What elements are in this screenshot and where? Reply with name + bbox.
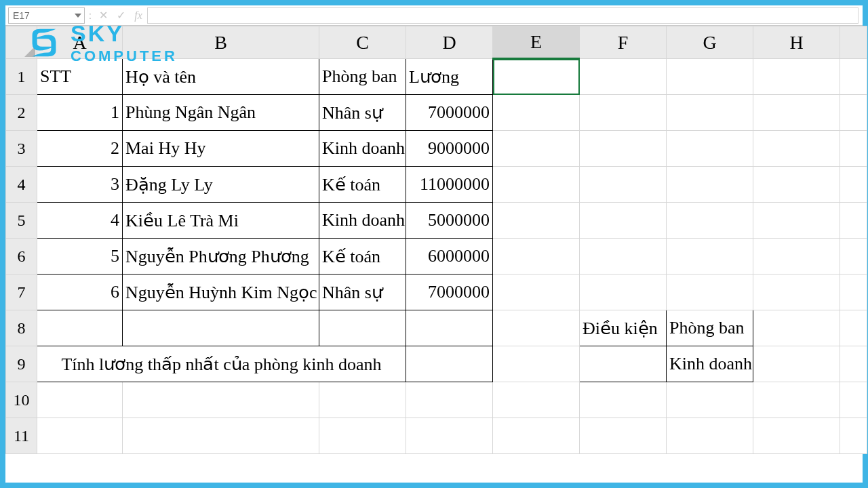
cell-E11[interactable] (493, 418, 580, 454)
cell-F8[interactable]: Điều kiện (580, 310, 667, 346)
cell-D2[interactable]: 7000000 (406, 95, 493, 131)
cell-B5[interactable]: Kiều Lê Trà Mi (123, 203, 319, 239)
cell-A7[interactable]: 6 (37, 274, 123, 310)
col-header-G[interactable]: G (667, 26, 753, 59)
cell-A11[interactable] (37, 418, 123, 454)
cell-G6[interactable] (667, 239, 753, 274)
cell-A3[interactable]: 2 (37, 131, 123, 167)
cell-D9[interactable] (406, 346, 493, 382)
cell-B8[interactable] (123, 310, 319, 346)
cell-C7[interactable]: Nhân sự (319, 274, 406, 310)
cell-B10[interactable] (123, 382, 319, 418)
cell-C5[interactable]: Kinh doanh (319, 203, 406, 239)
cell-C4[interactable]: Kế toán (319, 167, 406, 203)
cell-F6[interactable] (580, 239, 667, 274)
cell-B11[interactable] (123, 418, 319, 454)
cell-H7[interactable] (753, 274, 840, 310)
cell-F3[interactable] (580, 131, 667, 167)
cell-F1[interactable] (580, 59, 667, 95)
cell-H3[interactable] (753, 131, 840, 167)
cell-A9-merged[interactable]: Tính lương thấp nhất của phòng kinh doan… (37, 346, 406, 382)
col-header-E[interactable]: E (493, 26, 580, 59)
cell-extra-1[interactable] (840, 59, 867, 95)
cell-G2[interactable] (667, 95, 753, 131)
col-header-H[interactable]: H (753, 26, 840, 59)
cell-G10[interactable] (667, 382, 753, 418)
cell-E1[interactable] (493, 59, 580, 95)
cell-A4[interactable]: 3 (37, 167, 123, 203)
cell-E5[interactable] (493, 203, 580, 239)
cell-A5[interactable]: 4 (37, 203, 123, 239)
cell-A10[interactable] (37, 382, 123, 418)
cell-G8[interactable]: Phòng ban (667, 310, 753, 346)
cell-F4[interactable] (580, 167, 667, 203)
col-header-F[interactable]: F (580, 26, 667, 59)
cell-F11[interactable] (580, 418, 667, 454)
cell-G7[interactable] (667, 274, 753, 310)
cell-E7[interactable] (493, 274, 580, 310)
cell-E9[interactable] (493, 346, 580, 382)
cell-C6[interactable]: Kế toán (319, 239, 406, 274)
cell-A8[interactable] (37, 310, 123, 346)
cell-H6[interactable] (753, 239, 840, 274)
cell-B7[interactable]: Nguyễn Huỳnh Kim Ngọc (123, 274, 319, 310)
row-header-10[interactable]: 10 (6, 382, 37, 418)
cell-F2[interactable] (580, 95, 667, 131)
cell-H10[interactable] (753, 382, 840, 418)
cell-E10[interactable] (493, 382, 580, 418)
cell-B6[interactable]: Nguyễn Phương Phương (123, 239, 319, 274)
cell-D7[interactable]: 7000000 (406, 274, 493, 310)
cell-B4[interactable]: Đặng Ly Ly (123, 167, 319, 203)
cell-F10[interactable] (580, 382, 667, 418)
cell-H4[interactable] (753, 167, 840, 203)
cell-G9[interactable]: Kinh doanh (667, 346, 753, 382)
cell-C11[interactable] (319, 418, 406, 454)
cell-C2[interactable]: Nhân sự (319, 95, 406, 131)
cell-E3[interactable] (493, 131, 580, 167)
cell-G11[interactable] (667, 418, 753, 454)
cell-E4[interactable] (493, 167, 580, 203)
cell-G3[interactable] (667, 131, 753, 167)
cell-D8[interactable] (406, 310, 493, 346)
cell-D1[interactable]: Lương (406, 59, 493, 95)
cell-H9[interactable] (753, 346, 840, 382)
col-header-extra[interactable] (840, 26, 867, 59)
worksheet[interactable]: A B C D E F G H 1 STT Họ và tên Phòng (5, 26, 863, 483)
cell-C10[interactable] (319, 382, 406, 418)
cell-H8[interactable] (753, 310, 840, 346)
row-header-9[interactable]: 9 (6, 346, 37, 382)
row-header-5[interactable]: 5 (6, 203, 37, 239)
cell-D6[interactable]: 6000000 (406, 239, 493, 274)
cell-G5[interactable] (667, 203, 753, 239)
cell-H1[interactable] (753, 59, 840, 95)
row-header-1[interactable]: 1 (6, 59, 37, 95)
cell-E2[interactable] (493, 95, 580, 131)
cell-C1[interactable]: Phòng ban (319, 59, 406, 95)
cell-C8[interactable] (319, 310, 406, 346)
cell-F7[interactable] (580, 274, 667, 310)
cell-D5[interactable]: 5000000 (406, 203, 493, 239)
cell-H5[interactable] (753, 203, 840, 239)
col-header-C[interactable]: C (319, 26, 406, 59)
cell-D11[interactable] (406, 418, 493, 454)
fx-icon[interactable]: fx (130, 9, 147, 22)
cell-D10[interactable] (406, 382, 493, 418)
cell-F9[interactable] (580, 346, 667, 382)
row-header-4[interactable]: 4 (6, 167, 37, 203)
cell-C3[interactable]: Kinh doanh (319, 131, 406, 167)
cell-D4[interactable]: 11000000 (406, 167, 493, 203)
cell-H2[interactable] (753, 95, 840, 131)
cell-H11[interactable] (753, 418, 840, 454)
row-header-3[interactable]: 3 (6, 131, 37, 167)
cell-D3[interactable]: 9000000 (406, 131, 493, 167)
row-header-11[interactable]: 11 (6, 418, 37, 454)
grid[interactable]: A B C D E F G H 1 STT Họ và tên Phòng (5, 26, 867, 454)
cell-B3[interactable]: Mai Hy Hy (123, 131, 319, 167)
cell-F5[interactable] (580, 203, 667, 239)
cell-E8[interactable] (493, 310, 580, 346)
cell-B2[interactable]: Phùng Ngân Ngân (123, 95, 319, 131)
cell-A2[interactable]: 1 (37, 95, 123, 131)
cell-A6[interactable]: 5 (37, 239, 123, 274)
cell-E6[interactable] (493, 239, 580, 274)
formula-input[interactable] (147, 7, 859, 24)
